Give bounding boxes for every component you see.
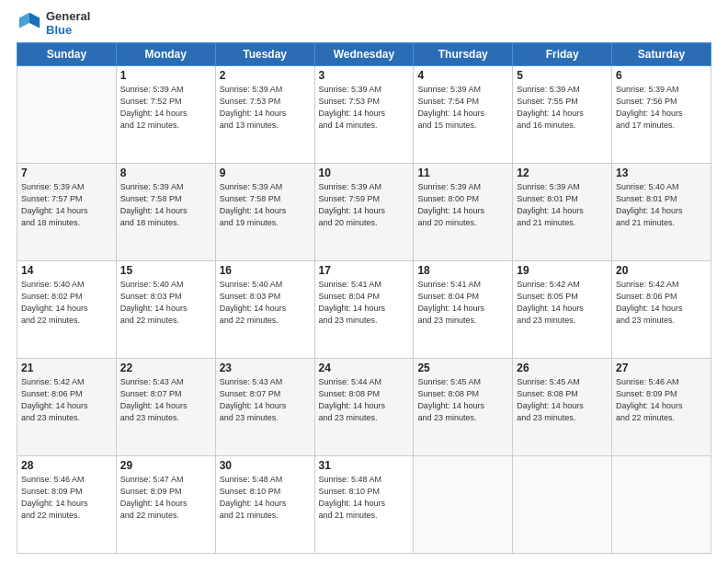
day-detail: Sunrise: 5:39 AM Sunset: 7:53 PM Dayligh… [220, 84, 311, 132]
day-detail: Sunrise: 5:48 AM Sunset: 8:10 PM Dayligh… [319, 474, 410, 522]
day-header-wednesday: Wednesday [314, 43, 414, 66]
day-detail: Sunrise: 5:39 AM Sunset: 7:59 PM Dayligh… [319, 181, 410, 229]
day-number: 7 [21, 167, 112, 179]
calendar-cell: 26Sunrise: 5:45 AM Sunset: 8:08 PM Dayli… [513, 359, 612, 456]
day-number: 27 [616, 362, 707, 374]
calendar-cell: 12Sunrise: 5:39 AM Sunset: 8:01 PM Dayli… [513, 164, 612, 261]
day-detail: Sunrise: 5:45 AM Sunset: 8:08 PM Dayligh… [517, 376, 608, 424]
day-number: 6 [616, 69, 707, 82]
calendar-cell: 13Sunrise: 5:40 AM Sunset: 8:01 PM Dayli… [612, 164, 711, 261]
day-number: 25 [417, 362, 508, 374]
svg-marker-1 [29, 13, 40, 29]
calendar-cell: 3Sunrise: 5:39 AM Sunset: 7:53 PM Daylig… [314, 66, 414, 164]
day-detail: Sunrise: 5:46 AM Sunset: 8:09 PM Dayligh… [21, 474, 112, 522]
calendar-cell [513, 456, 612, 554]
calendar-cell: 28Sunrise: 5:46 AM Sunset: 8:09 PM Dayli… [17, 456, 117, 554]
day-detail: Sunrise: 5:45 AM Sunset: 8:08 PM Dayligh… [417, 376, 508, 424]
day-number: 16 [220, 264, 311, 277]
day-detail: Sunrise: 5:43 AM Sunset: 8:07 PM Dayligh… [120, 376, 211, 424]
day-detail: Sunrise: 5:44 AM Sunset: 8:08 PM Dayligh… [319, 376, 410, 424]
day-header-saturday: Saturday [612, 43, 711, 66]
calendar-cell: 17Sunrise: 5:41 AM Sunset: 8:04 PM Dayli… [314, 261, 414, 359]
logo-text: General Blue [46, 9, 90, 37]
calendar-week-row: 1Sunrise: 5:39 AM Sunset: 7:52 PM Daylig… [17, 66, 711, 164]
day-detail: Sunrise: 5:40 AM Sunset: 8:03 PM Dayligh… [220, 279, 311, 327]
day-detail: Sunrise: 5:39 AM Sunset: 8:01 PM Dayligh… [517, 181, 608, 229]
day-number: 22 [120, 362, 211, 374]
calendar-cell [17, 66, 117, 164]
day-detail: Sunrise: 5:39 AM Sunset: 7:55 PM Dayligh… [517, 84, 608, 132]
calendar-week-row: 28Sunrise: 5:46 AM Sunset: 8:09 PM Dayli… [17, 456, 711, 554]
day-number: 29 [120, 459, 211, 472]
day-number: 2 [220, 69, 311, 82]
day-detail: Sunrise: 5:43 AM Sunset: 8:07 PM Dayligh… [220, 376, 311, 424]
calendar-cell [612, 456, 711, 554]
calendar-cell: 25Sunrise: 5:45 AM Sunset: 8:08 PM Dayli… [414, 359, 513, 456]
calendar-cell [414, 456, 513, 554]
calendar-cell: 7Sunrise: 5:39 AM Sunset: 7:57 PM Daylig… [17, 164, 117, 261]
day-header-tuesday: Tuesday [215, 43, 314, 66]
day-number: 28 [21, 459, 112, 472]
day-header-sunday: Sunday [17, 43, 117, 66]
day-number: 31 [319, 459, 410, 472]
day-header-thursday: Thursday [414, 43, 513, 66]
logo-icon [17, 10, 42, 36]
svg-marker-2 [19, 13, 29, 29]
day-number: 21 [21, 362, 112, 374]
calendar-cell: 4Sunrise: 5:39 AM Sunset: 7:54 PM Daylig… [414, 66, 513, 164]
day-detail: Sunrise: 5:48 AM Sunset: 8:10 PM Dayligh… [220, 474, 311, 522]
calendar-cell: 2Sunrise: 5:39 AM Sunset: 7:53 PM Daylig… [215, 66, 314, 164]
calendar-cell: 15Sunrise: 5:40 AM Sunset: 8:03 PM Dayli… [116, 261, 215, 359]
day-detail: Sunrise: 5:41 AM Sunset: 8:04 PM Dayligh… [417, 279, 508, 327]
day-number: 3 [319, 69, 410, 82]
calendar-cell: 5Sunrise: 5:39 AM Sunset: 7:55 PM Daylig… [513, 66, 612, 164]
calendar-cell: 27Sunrise: 5:46 AM Sunset: 8:09 PM Dayli… [612, 359, 711, 456]
day-detail: Sunrise: 5:40 AM Sunset: 8:03 PM Dayligh… [120, 279, 211, 327]
calendar-cell: 16Sunrise: 5:40 AM Sunset: 8:03 PM Dayli… [215, 261, 314, 359]
day-detail: Sunrise: 5:46 AM Sunset: 8:09 PM Dayligh… [616, 376, 707, 424]
calendar-cell: 24Sunrise: 5:44 AM Sunset: 8:08 PM Dayli… [314, 359, 414, 456]
calendar-cell: 22Sunrise: 5:43 AM Sunset: 8:07 PM Dayli… [116, 359, 215, 456]
page: General Blue SundayMondayTuesdayWednesda… [0, 0, 728, 563]
day-number: 11 [417, 167, 508, 179]
calendar-cell: 20Sunrise: 5:42 AM Sunset: 8:06 PM Dayli… [612, 261, 711, 359]
day-number: 9 [220, 167, 311, 179]
day-header-friday: Friday [513, 43, 612, 66]
day-detail: Sunrise: 5:39 AM Sunset: 7:53 PM Dayligh… [319, 84, 410, 132]
day-header-monday: Monday [116, 43, 215, 66]
day-number: 4 [417, 69, 508, 82]
day-detail: Sunrise: 5:40 AM Sunset: 8:02 PM Dayligh… [21, 279, 112, 327]
day-detail: Sunrise: 5:41 AM Sunset: 8:04 PM Dayligh… [319, 279, 410, 327]
calendar-cell: 30Sunrise: 5:48 AM Sunset: 8:10 PM Dayli… [215, 456, 314, 554]
calendar-cell: 9Sunrise: 5:39 AM Sunset: 7:58 PM Daylig… [215, 164, 314, 261]
calendar-cell: 14Sunrise: 5:40 AM Sunset: 8:02 PM Dayli… [17, 261, 117, 359]
day-number: 19 [517, 264, 608, 277]
day-number: 8 [120, 167, 211, 179]
day-number: 15 [120, 264, 211, 277]
day-number: 1 [120, 69, 211, 82]
calendar-cell: 11Sunrise: 5:39 AM Sunset: 8:00 PM Dayli… [414, 164, 513, 261]
day-detail: Sunrise: 5:39 AM Sunset: 7:58 PM Dayligh… [120, 181, 211, 229]
day-number: 18 [417, 264, 508, 277]
calendar-week-row: 14Sunrise: 5:40 AM Sunset: 8:02 PM Dayli… [17, 261, 711, 359]
day-detail: Sunrise: 5:39 AM Sunset: 7:54 PM Dayligh… [417, 84, 508, 132]
day-detail: Sunrise: 5:39 AM Sunset: 7:58 PM Dayligh… [220, 181, 311, 229]
calendar-week-row: 21Sunrise: 5:42 AM Sunset: 8:06 PM Dayli… [17, 359, 711, 456]
calendar-cell: 21Sunrise: 5:42 AM Sunset: 8:06 PM Dayli… [17, 359, 117, 456]
calendar-cell: 31Sunrise: 5:48 AM Sunset: 8:10 PM Dayli… [314, 456, 414, 554]
day-number: 24 [319, 362, 410, 374]
logo: General Blue [17, 9, 90, 37]
day-number: 13 [616, 167, 707, 179]
day-detail: Sunrise: 5:42 AM Sunset: 8:06 PM Dayligh… [616, 279, 707, 327]
day-detail: Sunrise: 5:42 AM Sunset: 8:06 PM Dayligh… [21, 376, 112, 424]
day-detail: Sunrise: 5:42 AM Sunset: 8:05 PM Dayligh… [517, 279, 608, 327]
day-number: 17 [319, 264, 410, 277]
calendar-cell: 19Sunrise: 5:42 AM Sunset: 8:05 PM Dayli… [513, 261, 612, 359]
day-detail: Sunrise: 5:39 AM Sunset: 7:52 PM Dayligh… [120, 84, 211, 132]
calendar-cell: 6Sunrise: 5:39 AM Sunset: 7:56 PM Daylig… [612, 66, 711, 164]
day-detail: Sunrise: 5:39 AM Sunset: 7:56 PM Dayligh… [616, 84, 707, 132]
day-number: 5 [517, 69, 608, 82]
day-number: 10 [319, 167, 410, 179]
calendar-cell: 8Sunrise: 5:39 AM Sunset: 7:58 PM Daylig… [116, 164, 215, 261]
day-number: 12 [517, 167, 608, 179]
